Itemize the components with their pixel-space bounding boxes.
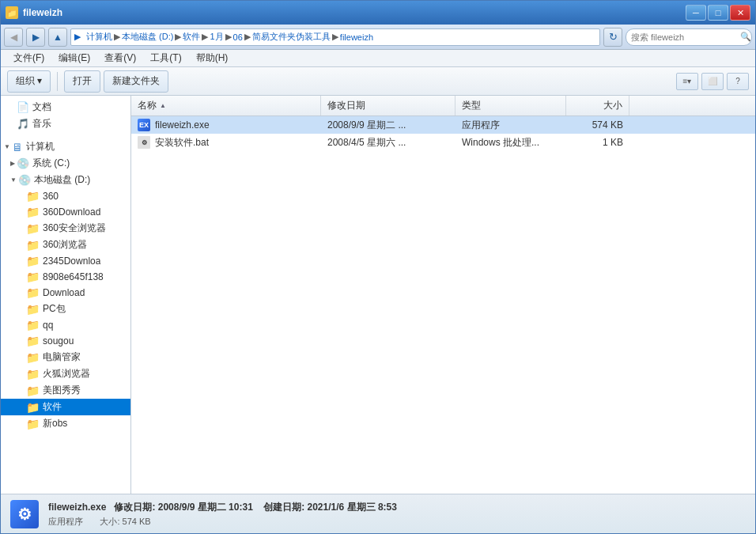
nav-folder-360[interactable]: 📁 360 xyxy=(1,188,130,204)
file-size-bat: 1 KB xyxy=(603,137,623,148)
open-button[interactable]: 打开 xyxy=(64,70,100,93)
file-date-exe: 2008/9/9 星期二 ... xyxy=(327,119,406,132)
nav-folder-2345[interactable]: 📁 2345Downloa xyxy=(1,253,130,269)
breadcrumb-month[interactable]: 1月 xyxy=(210,31,223,43)
status-size-value: 574 KB xyxy=(123,517,151,526)
nav-folder-firefox[interactable]: 📁 火狐浏览器 xyxy=(1,365,130,382)
menu-help[interactable]: 帮助(H) xyxy=(190,50,235,66)
file-row-bat[interactable]: ⚙ 安装软件.bat 2008/4/5 星期六 ... Windows 批处理.… xyxy=(131,134,755,151)
nav-panel: 📄 文档 🎵 音乐 ▼ 🖥 计算机 ▶ 💿 系统 (C:) xyxy=(1,96,131,494)
nav-item-drive-c[interactable]: ▶ 💿 系统 (C:) xyxy=(1,155,130,172)
nav-folder-8908[interactable]: 📁 8908e645f138 xyxy=(1,269,130,285)
nav-item-computer[interactable]: ▼ 🖥 计算机 xyxy=(1,138,130,155)
header-type[interactable]: 类型 xyxy=(455,96,566,116)
status-create-label: 创建日期: xyxy=(263,502,304,513)
header-size[interactable]: 大小 xyxy=(566,96,629,116)
header-date-label: 修改日期 xyxy=(327,99,365,112)
nav-folder-newobs[interactable]: 📁 新obs xyxy=(1,415,130,432)
toolbar-separator xyxy=(57,72,58,91)
new-folder-button[interactable]: 新建文件夹 xyxy=(104,70,168,93)
file-type-bat: Windows 批处理... xyxy=(462,136,539,150)
nav-label-360browser: 360浏览器 xyxy=(43,238,87,252)
folder-icon: 📁 xyxy=(26,239,40,252)
file-cell-date-bat: 2008/4/5 星期六 ... xyxy=(321,134,455,151)
header-date[interactable]: 修改日期 xyxy=(321,96,455,116)
window-icon: 📁 xyxy=(6,6,18,19)
folder-icon: 📁 xyxy=(26,303,40,316)
nav-folder-computer-manager[interactable]: 📁 电脑管家 xyxy=(1,349,130,365)
file-row-exe[interactable]: EX fileweizh.exe 2008/9/9 星期二 ... 应用程序 5… xyxy=(131,116,755,134)
nav-label-music: 音乐 xyxy=(32,117,51,131)
forward-button[interactable]: ▶ xyxy=(26,28,45,47)
expand-arrow-d: ▼ xyxy=(10,176,17,184)
breadcrumb-tool[interactable]: 简易文件夹伪装工具 xyxy=(252,31,331,43)
nav-folder-qq[interactable]: 📁 qq xyxy=(1,317,130,333)
header-name[interactable]: 名称 ▲ xyxy=(131,96,321,116)
status-type-line: 应用程序 大小: 574 KB xyxy=(48,516,397,528)
status-modify-label: 修改日期: xyxy=(114,502,155,513)
breadcrumb-computer[interactable]: 计算机 xyxy=(86,31,112,43)
search-box[interactable]: 🔍 xyxy=(626,28,752,46)
close-button[interactable]: ✕ xyxy=(730,5,750,21)
toolbar-right: ≡▾ ⬜ ? xyxy=(676,73,749,90)
breadcrumb-software[interactable]: 软件 xyxy=(183,31,200,43)
menu-view[interactable]: 查看(V) xyxy=(98,50,142,66)
status-meta: 修改日期: 2008/9/9 星期二 10:31 创建日期: 2021/1/6 … xyxy=(114,502,397,513)
nav-label-sougou: sougou xyxy=(43,335,74,347)
file-list: EX fileweizh.exe 2008/9/9 星期二 ... 应用程序 5… xyxy=(131,116,755,494)
help-button[interactable]: ? xyxy=(727,73,749,90)
minimize-button[interactable]: ─ xyxy=(686,5,706,21)
nav-folder-360browser[interactable]: 📁 360浏览器 xyxy=(1,237,130,253)
nav-label-documents: 文档 xyxy=(32,100,51,114)
nav-label-drive-c: 系统 (C:) xyxy=(32,157,70,170)
nav-folder-download[interactable]: 📁 Download xyxy=(1,285,130,301)
back-button[interactable]: ◀ xyxy=(4,28,23,47)
nav-item-drive-d[interactable]: ▼ 💿 本地磁盘 (D:) xyxy=(1,172,130,188)
folder-icon: 📁 xyxy=(26,384,40,397)
folder-icon: 📁 xyxy=(26,335,40,347)
organize-button[interactable]: 组织 ▾ xyxy=(7,70,51,93)
refresh-button[interactable]: ↻ xyxy=(603,28,622,47)
file-cell-name-bat: ⚙ 安装软件.bat xyxy=(131,134,321,151)
drive-d-icon: 💿 xyxy=(18,174,31,186)
status-size-label: 大小: xyxy=(100,517,119,526)
up-button[interactable]: ▲ xyxy=(48,28,67,47)
nav-label-drive-d: 本地磁盘 (D:) xyxy=(34,173,90,187)
nav-item-documents[interactable]: 📄 文档 xyxy=(1,99,130,116)
preview-pane-button[interactable]: ⬜ xyxy=(701,73,724,90)
nav-item-music[interactable]: 🎵 音乐 xyxy=(1,116,130,132)
folder-icon: 📁 xyxy=(26,368,40,381)
header-name-label: 名称 xyxy=(138,99,157,112)
view-toggle-button[interactable]: ≡▾ xyxy=(676,73,698,90)
folder-icon: 📁 xyxy=(26,418,40,430)
nav-label-computer: 计算机 xyxy=(26,140,55,153)
menu-edit[interactable]: 编辑(E) xyxy=(52,50,96,66)
nav-folder-meitu[interactable]: 📁 美图秀秀 xyxy=(1,382,130,399)
menu-tools[interactable]: 工具(T) xyxy=(144,50,187,66)
menu-file[interactable]: 文件(F) xyxy=(7,50,51,66)
music-icon: 🎵 xyxy=(17,118,29,130)
breadcrumb-current[interactable]: fileweizh xyxy=(340,32,373,42)
nav-folder-360browser-safe[interactable]: 📁 360安全浏览器 xyxy=(1,220,130,237)
nav-label-360download: 360Download xyxy=(43,206,100,218)
nav-folder-360download[interactable]: 📁 360Download xyxy=(1,204,130,220)
header-type-label: 类型 xyxy=(462,99,481,112)
file-cell-date-exe: 2008/9/9 星期二 ... xyxy=(321,116,455,134)
file-headers: 名称 ▲ 修改日期 类型 大小 xyxy=(131,96,755,116)
search-input[interactable] xyxy=(631,32,740,42)
nav-folder-software[interactable]: 📁 软件 xyxy=(1,399,130,415)
breadcrumb[interactable]: ▶ 计算机 ▶ 本地磁盘 (D:) ▶ 软件 ▶ 1月 ▶ 06 ▶ 简易文件夹… xyxy=(70,28,600,46)
file-date-bat: 2008/4/5 星期六 ... xyxy=(327,136,406,150)
breadcrumb-drive[interactable]: 本地磁盘 (D:) xyxy=(122,31,173,43)
header-size-label: 大小 xyxy=(603,99,622,112)
breadcrumb-item[interactable]: ▶ xyxy=(74,32,81,42)
nav-folder-pc[interactable]: 📁 PC包 xyxy=(1,301,130,317)
nav-folder-sougou[interactable]: 📁 sougou xyxy=(1,333,130,349)
nav-label-qq: qq xyxy=(43,320,53,331)
expand-arrow-c: ▶ xyxy=(10,160,15,167)
bat-file-icon: ⚙ xyxy=(138,136,150,149)
file-panel: 名称 ▲ 修改日期 类型 大小 EX fil xyxy=(131,96,755,494)
maximize-button[interactable]: □ xyxy=(708,5,728,21)
breadcrumb-day[interactable]: 06 xyxy=(233,32,243,42)
title-bar-left: 📁 fileweizh xyxy=(6,6,62,19)
